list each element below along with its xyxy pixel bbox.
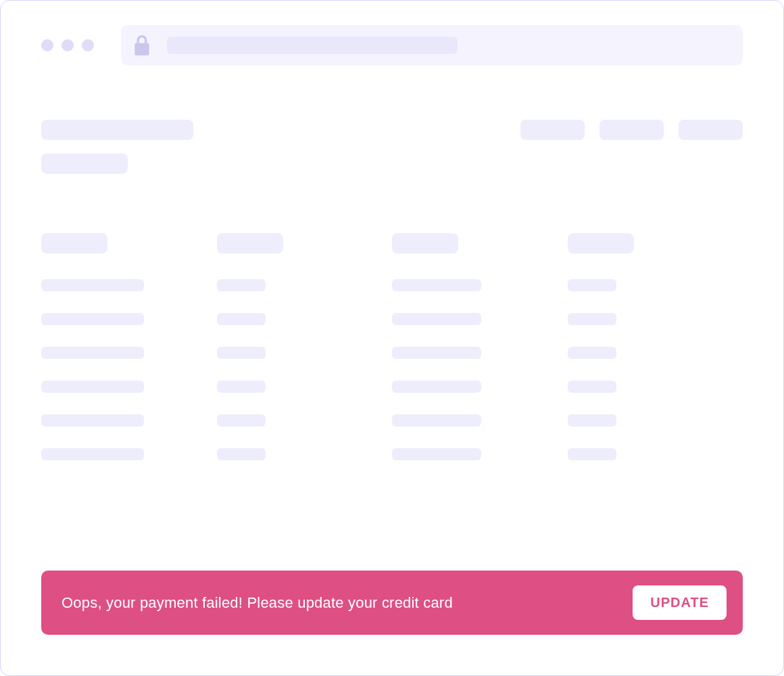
window-controls [41, 39, 94, 51]
nav-item-placeholder[interactable] [599, 120, 664, 140]
content-row-placeholder [217, 279, 266, 291]
content-row-placeholder [568, 448, 616, 460]
content-row-placeholder [392, 313, 481, 325]
address-bar[interactable] [121, 25, 743, 66]
content-row-placeholder [568, 279, 616, 291]
content-row-placeholder [41, 313, 144, 325]
browser-window: Oops, your payment failed! Please update… [0, 0, 784, 676]
window-control-dot[interactable] [41, 39, 53, 51]
content-row-placeholder [568, 381, 616, 393]
content-row-placeholder [392, 279, 481, 291]
content-row-placeholder [217, 347, 266, 359]
content-row-placeholder [568, 347, 616, 359]
content-row-placeholder [41, 448, 144, 460]
page-header [41, 120, 743, 174]
content-row-placeholder [41, 279, 144, 291]
nav-links [520, 120, 743, 140]
url-input-placeholder[interactable] [167, 37, 458, 54]
page-subtitle-placeholder [41, 153, 128, 174]
content-row-placeholder [41, 381, 144, 393]
snackbar-message: Oops, your payment failed! Please update… [62, 594, 453, 612]
content-row-placeholder [217, 414, 266, 427]
content-column [41, 233, 217, 460]
browser-chrome [41, 25, 743, 66]
content-row-placeholder [392, 414, 481, 427]
content-row-placeholder [568, 414, 616, 427]
column-heading-placeholder [41, 233, 107, 254]
content-row-placeholder [217, 448, 266, 460]
column-heading-placeholder [392, 233, 458, 254]
content-row-placeholder [392, 347, 481, 359]
content-column [568, 233, 743, 460]
update-button[interactable]: UPDATE [633, 585, 727, 620]
window-control-dot[interactable] [82, 39, 94, 51]
content-row-placeholder [41, 347, 144, 359]
lock-icon [133, 35, 151, 55]
content-grid [41, 233, 743, 460]
content-row-placeholder [392, 448, 481, 460]
nav-item-placeholder[interactable] [520, 120, 585, 140]
content-row-placeholder [217, 381, 266, 393]
snackbar-error: Oops, your payment failed! Please update… [41, 571, 743, 635]
nav-item-placeholder[interactable] [679, 120, 743, 140]
title-block [41, 120, 193, 174]
content-column [217, 233, 393, 460]
column-heading-placeholder [568, 233, 634, 254]
content-row-placeholder [217, 313, 266, 325]
window-control-dot[interactable] [62, 39, 74, 51]
content-column [392, 233, 568, 460]
page-title-placeholder [41, 120, 193, 140]
content-row-placeholder [568, 313, 616, 325]
content-row-placeholder [392, 381, 481, 393]
content-row-placeholder [41, 414, 144, 427]
column-heading-placeholder [217, 233, 283, 254]
